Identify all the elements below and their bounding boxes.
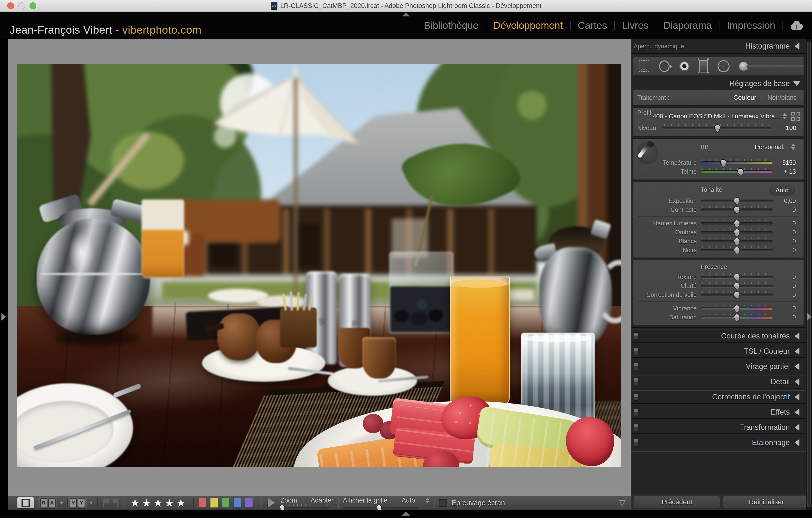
pick-flag-icon[interactable] [103,498,110,507]
panel-detail[interactable]: Détail [631,375,806,388]
panel-lens-corrections[interactable]: Corrections de l'objectif [631,391,806,403]
panel-toggle-switch[interactable] [634,332,638,340]
star-rating[interactable]: ★★★★★ [130,497,187,509]
develop-footer: Précédent Réinitialiser [631,494,812,510]
wb-value[interactable]: Personnal. [755,143,785,151]
collapse-right-panel-arrow[interactable] [807,313,812,321]
panel-split-toning[interactable]: Virage partiel [631,360,806,372]
clarity-slider[interactable] [701,284,773,287]
wb-label: BB : [701,144,712,151]
cloud-sync-icon[interactable]: ! [789,20,804,31]
panel-toggle-switch[interactable] [634,393,638,401]
reject-flag-icon[interactable] [112,498,119,507]
expand-arrow-icon [793,81,801,86]
fit-label[interactable]: Adapter [311,497,334,504]
grid-mode-stepper-icon[interactable] [426,498,430,503]
exposure-slider[interactable] [701,200,773,202]
color-label-yellow[interactable] [210,498,218,508]
grid-mode-value[interactable]: Auto [402,497,415,504]
panel-toggle-switch[interactable] [634,424,638,431]
close-window-button[interactable] [7,2,14,9]
blacks-slider[interactable] [701,249,773,251]
color-label-red[interactable] [198,498,207,508]
dehaze-slider[interactable] [701,294,773,296]
treatment-color-option[interactable]: Couleur [733,94,756,101]
highlights-value: 0 [773,220,804,227]
collapse-top-panel-arrow[interactable] [402,12,410,17]
zoom-slider[interactable] [280,507,329,509]
impromptu-slideshow-button[interactable] [268,498,275,508]
filmstrip-collapsed [0,510,812,518]
whites-slider[interactable] [701,240,773,243]
zoom-window-button[interactable] [29,2,36,9]
toolbar-options-menu-icon[interactable]: ▽ [619,498,626,508]
temperature-slider[interactable] [701,161,773,164]
soft-proofing-checkbox[interactable] [439,499,447,507]
minimize-window-button[interactable] [18,2,25,9]
saturation-label: Saturation [633,314,701,321]
texture-value: 0 [773,274,804,280]
module-map[interactable]: Cartes [571,20,614,31]
treatment-bw-option[interactable]: Noir/blanc [767,94,797,101]
panel-toggle-switch[interactable] [634,363,638,370]
red-eye-tool-icon[interactable] [679,61,690,71]
grid-size-slider[interactable] [343,507,418,509]
expand-left-panel-arrow[interactable] [1,313,6,321]
vibrance-slider[interactable] [701,307,773,310]
spot-removal-tool-icon[interactable] [659,60,670,72]
histogram-panel-header[interactable]: Aperçu dynamique Histogramme [631,39,806,53]
contrast-slider[interactable] [701,209,773,211]
auto-tone-button[interactable]: Auto [769,185,795,195]
reset-button[interactable]: Réinitialiser [723,496,810,508]
texture-slider[interactable] [701,276,773,278]
panel-transform[interactable]: Transformation [631,421,806,433]
adjustment-brush-tool-icon[interactable] [739,61,798,71]
slider-thumb[interactable] [714,124,720,131]
panel-hsl-color[interactable]: TSL / Couleur [631,345,806,357]
reference-view-button[interactable]: RA [38,497,58,509]
color-label-green[interactable] [222,498,230,508]
dehaze-label: Correction du voile [633,292,701,298]
zoom-label[interactable]: Zoom [280,497,297,504]
highlights-slider[interactable] [701,222,773,225]
profile-browser-grid-icon[interactable] [791,112,800,121]
crop-tool-icon[interactable] [639,60,649,72]
shadows-slider[interactable] [701,231,773,234]
panel-toggle-switch[interactable] [634,408,638,416]
radial-filter-tool-icon[interactable] [718,60,730,72]
panel-toggle-switch[interactable] [634,439,638,446]
previous-button[interactable]: Précédent [634,496,720,508]
module-library[interactable]: Bibliothèque [417,20,486,31]
tint-label: Teinte [633,168,701,175]
tint-slider[interactable] [701,170,773,173]
basic-panel-header[interactable]: Réglages de base [631,78,806,90]
module-develop[interactable]: Développement [486,20,570,31]
graduated-filter-tool-icon[interactable] [699,60,708,72]
panel-calibration[interactable]: Etalonnage [631,436,806,449]
expand-filmstrip-arrow[interactable] [402,512,410,516]
texture-label: Texture [633,274,701,280]
before-after-view-button[interactable]: YY [67,497,87,509]
presence-box: Présence Texture 0 Clarté 0 Correction d… [633,260,804,325]
wb-stepper-icon[interactable] [791,144,795,150]
reference-view-caret-icon[interactable] [60,501,63,504]
color-label-blue[interactable] [233,498,241,508]
panel-toggle-switch[interactable] [634,378,638,385]
color-label-purple[interactable] [245,498,253,508]
profile-amount-slider[interactable] [663,127,771,129]
module-print[interactable]: Impression [720,20,783,31]
panel-tone-curve[interactable]: Courbe des tonalités [631,330,806,342]
profile-stepper-icon[interactable] [783,113,787,119]
module-slideshow[interactable]: Diaporama [656,20,719,31]
panel-effects[interactable]: Effets [631,406,806,418]
panel-toggle-switch[interactable] [634,348,638,355]
loupe-view-button[interactable] [17,497,34,509]
treatment-label: Traitement : [637,94,669,101]
module-book[interactable]: Livres [615,20,656,31]
collapse-arrow-icon [794,439,800,446]
profile-amount-label: Niveau [637,124,663,131]
panel-scrollbar[interactable] [806,39,812,510]
before-after-view-caret-icon[interactable] [89,501,93,504]
saturation-slider[interactable] [701,316,773,319]
profile-value[interactable]: 400 - Canon EOS 5D MkII - Lumineux Vibra… [653,113,780,120]
